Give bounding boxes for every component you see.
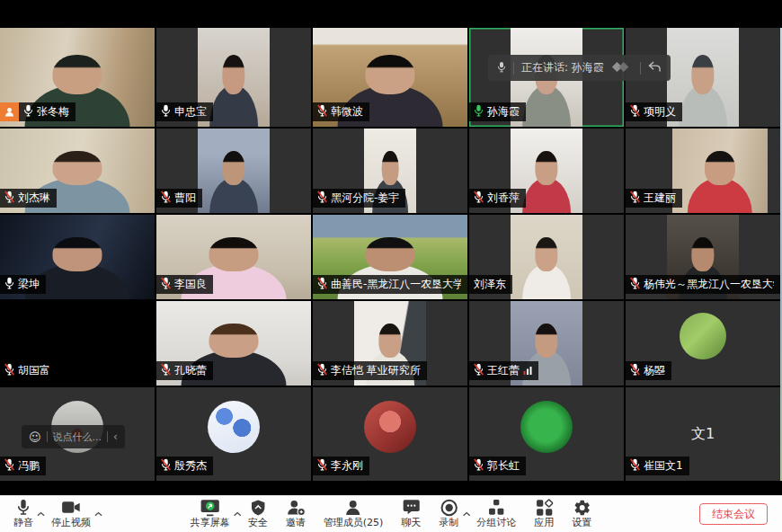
nameplate-row: 杨曌 <box>626 361 671 380</box>
toolbar-label: 应用 <box>534 518 554 528</box>
participant-name: 杨伟光～黑龙江八一农垦大学 <box>644 277 774 292</box>
nameplate-row: 黑河分院-姜宇 <box>313 189 405 208</box>
participant-name: 王建丽 <box>644 191 676 206</box>
mic-muted-icon <box>4 363 14 378</box>
avatar <box>364 401 416 453</box>
mic-muted-icon <box>317 191 327 206</box>
participant-tile[interactable]: 刘泽东 <box>469 215 624 299</box>
participant-nameplate: 梁坤 <box>0 275 46 294</box>
mic-muted-icon <box>630 277 640 292</box>
mic-muted-icon <box>161 363 171 378</box>
participant-tile[interactable]: 刘香萍 <box>469 129 624 213</box>
quick-chat-input[interactable]: ☺ 说点什么... ‹ <box>22 425 125 448</box>
shield-icon <box>250 498 265 517</box>
mic-speaking-icon <box>474 104 484 120</box>
toolbar-shield-button[interactable]: 安全 <box>240 496 276 531</box>
participant-name: 申忠宝 <box>174 104 207 120</box>
nameplate-row: 孔晓蕾 <box>156 361 213 380</box>
participant-tile[interactable]: 张冬梅 <box>0 28 155 127</box>
toolbar-settings-button[interactable]: 设置 <box>564 496 600 531</box>
end-meeting-button[interactable]: 结束会议 <box>699 503 768 525</box>
participant-tile[interactable]: 郭长虹 <box>469 387 624 481</box>
nameplate-row: 王建丽 <box>626 189 682 208</box>
participant-nameplate: 杨伟光～黑龙江八一农垦大学 <box>626 275 780 294</box>
mic-icon <box>16 498 31 517</box>
toolbar-share-screen-button[interactable]: 共享屏幕 <box>182 496 238 531</box>
participant-nameplate: 项明义 <box>626 102 682 121</box>
participant-video <box>511 215 582 299</box>
nameplate-row: 王红蕾 <box>469 361 538 380</box>
participant-tile[interactable]: 杨曌 <box>626 301 780 386</box>
video-grid: 张冬梅申忠宝韩微波孙海霞项明义刘杰琳曹阳黑河分院-姜宇刘香萍王建丽梁坤李国良曲善… <box>0 28 780 481</box>
nameplate-row: 殷秀杰 <box>156 457 213 475</box>
nameplate-row: 崔国文1 <box>626 457 689 475</box>
participant-tile[interactable]: 杨伟光～黑龙江八一农垦大学 <box>626 215 780 299</box>
mic-muted-icon <box>630 191 640 206</box>
participant-tile[interactable]: 胡国富 <box>0 301 155 386</box>
toolbar-chat-button[interactable]: 聊天 <box>393 496 429 531</box>
chevron-up-icon[interactable] <box>94 503 102 520</box>
participant-name: 韩微波 <box>331 104 363 120</box>
mic-on-icon <box>161 104 171 120</box>
toolbar-record-button[interactable]: 录制 <box>431 496 467 531</box>
camera-icon <box>61 498 81 517</box>
participant-name: 崔国文1 <box>644 458 683 474</box>
participant-nameplate: 黑河分院-姜宇 <box>313 189 405 208</box>
participant-tile[interactable]: 申忠宝 <box>156 28 311 127</box>
participant-name: 郭长虹 <box>487 458 520 474</box>
participant-tile[interactable]: 王建丽 <box>626 129 780 213</box>
participant-tile[interactable]: 李佶恺 草业研究所 <box>313 301 467 386</box>
mic-muted-icon <box>317 277 327 292</box>
avatar <box>520 401 573 453</box>
participant-name: 刘杰琳 <box>18 191 50 206</box>
toolbar-center-group: 共享屏幕安全邀请管理成员(25)聊天录制分组讨论应用设置 <box>182 496 600 531</box>
participant-video <box>198 129 269 213</box>
participant-name: 项明义 <box>644 104 676 120</box>
mic-muted-icon <box>317 104 327 120</box>
mic-muted-icon <box>161 191 171 206</box>
toolbar-apps-button[interactable]: 应用 <box>526 496 562 531</box>
toolbar-mic-button[interactable]: 静音 <box>5 496 41 531</box>
participant-tile[interactable]: 梁坤 <box>0 215 155 299</box>
toolbar-label: 分组讨论 <box>476 518 516 528</box>
participant-tile[interactable]: 李永刚 <box>313 387 467 481</box>
participant-tile[interactable]: 文1崔国文1 <box>626 387 780 481</box>
participant-nameplate: 李永刚 <box>313 457 369 475</box>
nameplate-row: 胡国富 <box>0 361 57 380</box>
participant-name: 冯鹏 <box>18 458 40 474</box>
meeting-window: 张冬梅申忠宝韩微波孙海霞项明义刘杰琳曹阳黑河分院-姜宇刘香萍王建丽梁坤李国良曲善… <box>0 0 782 532</box>
participant-nameplate: 李国良 <box>156 275 213 294</box>
speaking-banner-text: 正在讲话: 孙海霞 <box>521 60 604 75</box>
reply-arrow-icon[interactable] <box>648 61 662 75</box>
nameplate-row: 杨伟光～黑龙江八一农垦大学 <box>626 275 780 294</box>
participant-tile[interactable]: 黑河分院-姜宇 <box>313 129 467 213</box>
quick-chat-placeholder: 说点什么... <box>53 430 102 444</box>
participant-tile[interactable]: 殷秀杰 <box>156 387 311 481</box>
mic-on-icon <box>4 277 14 292</box>
participant-nameplate: 崔国文1 <box>626 457 689 475</box>
participant-nameplate: 殷秀杰 <box>156 457 213 475</box>
toolbar-label: 录制 <box>439 518 458 528</box>
participant-tile[interactable]: 韩微波 <box>313 28 467 127</box>
participant-video <box>672 129 769 213</box>
mic-muted-icon <box>317 363 327 378</box>
participant-tile[interactable]: 曲善民-黑龙江八一农垦大学 <box>313 215 467 299</box>
participant-tile[interactable]: ☺ 说点什么... ‹冯鹏 <box>0 387 155 481</box>
participant-tile[interactable]: 刘杰琳 <box>0 129 155 213</box>
participant-tile[interactable]: 曹阳 <box>156 129 311 213</box>
participant-name: 李永刚 <box>331 458 363 474</box>
participant-tile[interactable]: 孔晓蕾 <box>156 301 311 386</box>
toolbar-invite-button[interactable]: 邀请 <box>278 496 314 531</box>
participant-tile[interactable]: 王红蕾 <box>469 301 624 386</box>
mic-muted-icon <box>161 458 171 474</box>
nameplate-row: 刘泽东 <box>469 275 512 294</box>
collapse-icon[interactable]: ‹ <box>113 430 118 443</box>
toolbar-camera-button[interactable]: 停止视频 <box>43 496 99 531</box>
participant-tile[interactable]: 李国良 <box>156 215 311 299</box>
mic-muted-icon <box>161 277 171 292</box>
mic-muted-icon <box>630 363 640 378</box>
toolbar-members-button[interactable]: 管理成员(25) <box>315 496 392 531</box>
toolbar-breakout-button[interactable]: 分组讨论 <box>468 496 524 531</box>
participant-name: 杨曌 <box>644 363 665 378</box>
settings-icon <box>573 498 591 517</box>
